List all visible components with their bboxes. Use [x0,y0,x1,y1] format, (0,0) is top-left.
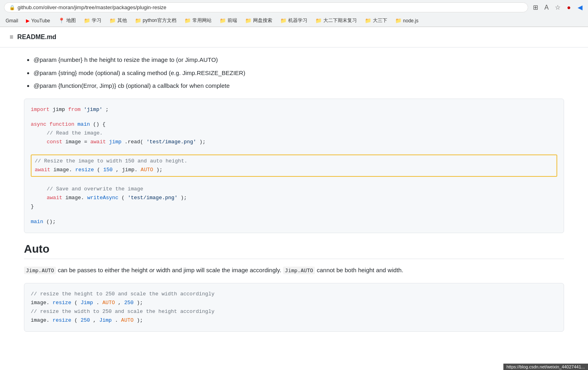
code-comment: // Resize the image to width 150 and aut… [35,158,187,164]
list-item: @param {string} mode (optional) a scalin… [34,69,564,78]
star-icon[interactable]: ☆ [554,4,562,12]
code-line: import jimp from 'jimp' ; [31,105,557,114]
keyword-async: async [31,121,46,127]
folder-icon-7: 📁 [280,18,287,24]
bookmark-ml[interactable]: 📁 机器学习 [279,16,309,25]
code-plain: ; [105,107,109,113]
code-plain: . [115,317,118,323]
code-auto2: AUTO [103,300,115,306]
inline-code-auto2: Jimp.AUTO [283,267,315,274]
code-plain: image. [31,317,49,323]
readme-header: ≡ README.md [0,27,588,47]
code-line: // Resize the image to width 150 and aut… [35,157,553,166]
folder-icon-6: 📁 [245,18,251,24]
code-plain: image. [53,167,72,173]
section-heading-auto: Auto [24,243,564,259]
bookmark-nodejs-label: node.js [403,18,419,24]
bookmark-senior3[interactable]: 📁 大三下 [363,16,389,25]
maps-icon: 📍 [58,18,65,24]
code-comment: // resize the width to 250 and scale the… [31,309,214,315]
keyword-await2: await [35,167,50,173]
code-plain: ); [137,317,143,323]
code-plain: ( [74,300,77,306]
code-empty [31,114,557,121]
lock-icon: 🔒 [9,5,15,10]
code-plain: . [96,300,99,306]
code-line: // resize the width to 250 and scale the… [31,307,557,316]
folder-icon-9: 📁 [365,18,371,24]
content-area: @param {number} h the height to resize t… [0,47,588,349]
code-plain: image. [31,300,49,306]
code-plain: ); [156,167,162,173]
code-plain: ( [97,167,100,173]
code-plain: ( [74,317,77,323]
code-plain: ); [137,300,143,306]
keyword-const: const [47,139,62,145]
code-line: } [31,202,557,211]
address-bar[interactable]: 🔒 github.com/oliver-moran/jimp/tree/mast… [4,2,528,12]
bookmark-study[interactable]: 📁 学习 [82,16,103,25]
code-line: await image. resize ( 150 , jimp. AUTO )… [35,166,553,174]
browser-chrome: 🔒 github.com/oliver-moran/jimp/tree/mast… [0,0,588,27]
bookmark-netdisk[interactable]: 📁 网盘搜索 [244,16,274,25]
code-line: async function main () { [31,120,557,129]
profile-icon[interactable]: ◀ [576,4,584,12]
code-empty [31,146,557,153]
translate-icon[interactable]: A [542,4,550,12]
bookmark-senior2[interactable]: 📁 大二下期末复习 [314,16,358,25]
code-num: 150 [103,167,113,173]
code-plain: ); [181,195,187,201]
prose-or: or [149,267,154,273]
bookmark-frontend-label: 前端 [228,17,237,24]
code-empty [31,178,557,185]
code-plain: , [118,300,125,306]
youtube-icon: ▶ [26,18,30,24]
code-jimp3: Jimp [99,317,112,323]
param-text-1: @param {number} h the height to resize t… [34,56,218,63]
bookmark-frontend[interactable]: 📁 前端 [218,16,239,25]
code-jimp: jimp [109,139,121,145]
param-text-3: @param {function(Error, Jimp)} cb (optio… [34,82,230,89]
keyword-function: function [49,121,74,127]
bookmark-other[interactable]: 📁 其他 [108,16,129,25]
bookmark-maps-label: 地图 [66,17,76,24]
bookmark-python-label: python官方文档 [143,17,176,24]
code-maincall: main [31,219,43,225]
extension-icon[interactable]: ● [565,4,573,12]
highlight-box: // Resize the image to width 150 and aut… [31,154,557,177]
code-plain: .read( [125,139,143,145]
code-jimp2: Jimp [81,300,93,306]
folder-icon-10: 📁 [395,18,402,24]
bookmark-gmail[interactable]: Gmail [4,17,20,24]
bookmark-common[interactable]: 📁 常用网站 [183,16,213,25]
code-funcname: main [77,121,90,127]
address-text[interactable]: github.com/oliver-moran/jimp/tree/master… [18,4,523,10]
prose-text-3: cannot be both height and width. [317,267,403,273]
grid-icon[interactable]: ⊞ [531,4,539,12]
code-line: await image. writeAsync ( 'test/image.pn… [31,194,557,202]
bookmarks-bar: Gmail ▶ YouTube 📍 地图 📁 学习 📁 其他 📁 python官… [0,15,588,27]
bookmark-youtube-label: YouTube [31,18,50,24]
code-resize3: resize [53,317,71,323]
folder-icon-3: 📁 [135,18,141,24]
list-item: @param {number} h the height to resize t… [34,55,564,65]
code-plain: , jimp. [116,167,138,173]
folder-icon-4: 📁 [184,18,191,24]
code-plain: ( [121,195,125,201]
code-line: image. resize ( Jimp . AUTO , 250 ); [31,299,557,307]
code-line: // Read the image. [31,129,557,138]
code-plain: } [31,204,34,210]
code-num3: 250 [81,317,90,323]
bookmark-nodejs[interactable]: 📁 node.js [394,17,420,24]
folder-icon-5: 📁 [220,18,226,24]
code-auto3: AUTO [121,317,133,323]
code-string: 'test/image.png' [128,195,178,201]
code-auto: AUTO [141,167,153,173]
bookmark-youtube[interactable]: ▶ YouTube [24,17,51,24]
main-content: ≡ README.md @param {number} h the height… [0,27,588,365]
bookmark-maps[interactable]: 📍 地图 [57,16,77,25]
code-block-2: // resize the height to 250 and scale th… [24,283,564,332]
code-plain: (); [46,219,55,225]
code-num2: 250 [124,300,133,306]
bookmark-python[interactable]: 📁 python官方文档 [133,16,178,25]
